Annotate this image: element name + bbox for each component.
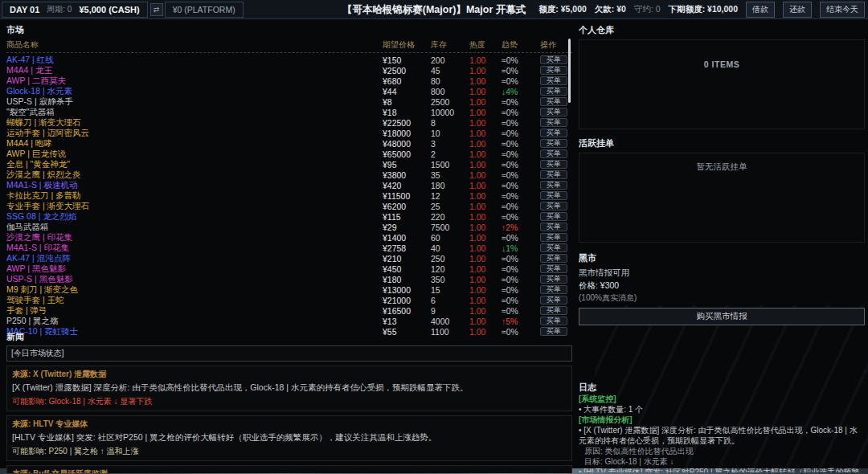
buy-order-button[interactable]: 买单 bbox=[540, 212, 567, 221]
item-stock: 9 bbox=[431, 306, 469, 316]
borrow-button[interactable]: 借款 bbox=[746, 2, 775, 18]
log-entry: • [X (Twitter) 泄露数据] 深度分析: 由于类似高性价比替代品出现… bbox=[579, 425, 865, 446]
inventory-title: 个人仓库 bbox=[579, 24, 865, 36]
buy-order-button[interactable]: 买单 bbox=[540, 296, 567, 304]
item-heat: 1.00 bbox=[469, 97, 502, 107]
log-sub-line: 目标: Glock-18 | 水元素 ↓ bbox=[579, 456, 865, 467]
table-row: AK-47 | 混沌点阵¥2102501.00≈0%买单 bbox=[6, 253, 572, 264]
buy-order-button[interactable]: 买单 bbox=[540, 108, 567, 116]
item-name: 沙漠之鹰 | 印花集 bbox=[6, 232, 383, 243]
item-trend: ≈0% bbox=[502, 129, 540, 138]
news-effect: 可能影响: Glock-18 | 水元素 ↓ 显著下跌 bbox=[12, 396, 567, 407]
table-row: M4A4 | 咆哮¥4800031.00≈0%买单 bbox=[6, 138, 572, 149]
item-stock: 40 bbox=[431, 243, 469, 253]
item-name: M4A4 | 咆哮 bbox=[6, 138, 383, 149]
table-row: 卡拉比克刀 | 多普勒¥11500121.00≈0%买单 bbox=[6, 190, 572, 201]
table-row: "裂空"武器箱¥18100001.00≈0%买单 bbox=[6, 107, 572, 117]
item-stock: 8 bbox=[431, 118, 469, 128]
table-row: M4A4 | 龙王¥2500451.00≈0%买单 bbox=[6, 65, 572, 76]
table-row: 运动手套 | 迈阿密风云¥18000101.00≈0%买单 bbox=[6, 128, 572, 138]
item-trend: ≈0% bbox=[502, 275, 540, 284]
buy-order-button[interactable]: 买单 bbox=[540, 223, 567, 231]
buy-order-button[interactable]: 买单 bbox=[540, 149, 567, 158]
buy-order-button[interactable]: 买单 bbox=[540, 170, 567, 179]
item-stock: 15 bbox=[431, 285, 469, 295]
item-name: 驾驶手套 | 王蛇 bbox=[6, 295, 383, 306]
table-row: 专业手套 | 渐变大理石¥6200251.00≈0%买单 bbox=[6, 201, 572, 211]
item-heat: 1.00 bbox=[469, 139, 502, 149]
transfer-funds-button[interactable]: ⇄ bbox=[150, 3, 163, 16]
item-heat: 1.00 bbox=[469, 55, 502, 65]
buy-order-button[interactable]: 买单 bbox=[540, 285, 567, 294]
end-day-button[interactable]: 结束今天 bbox=[820, 2, 865, 18]
item-stock: 25 bbox=[431, 202, 469, 211]
buy-order-button[interactable]: 买单 bbox=[540, 76, 567, 85]
item-price: ¥180 bbox=[383, 275, 431, 284]
buy-order-button[interactable]: 买单 bbox=[540, 118, 567, 127]
item-trend: ≈0% bbox=[502, 118, 540, 128]
item-trend: ≈0% bbox=[502, 285, 540, 295]
item-name: M4A1-S | 极速机动 bbox=[6, 180, 383, 191]
item-action-cell: 买单 bbox=[540, 243, 572, 252]
buy-order-button[interactable]: 买单 bbox=[540, 97, 567, 106]
header-trend: 趋势 bbox=[502, 39, 540, 51]
item-stock: 250 bbox=[431, 254, 469, 264]
item-heat: 1.00 bbox=[469, 296, 502, 305]
buy-order-button[interactable]: 买单 bbox=[540, 254, 567, 263]
buy-order-button[interactable]: 买单 bbox=[540, 129, 567, 137]
item-heat: 1.00 bbox=[469, 181, 502, 190]
item-price: ¥65000 bbox=[383, 149, 431, 159]
item-price: ¥3800 bbox=[383, 170, 431, 180]
item-action-cell: 买单 bbox=[540, 139, 572, 148]
log-section: [系统监控] bbox=[579, 394, 865, 404]
item-trend: ≈0% bbox=[502, 55, 540, 65]
event-title: 【哥本哈根锦标赛(Major)】Major 开幕式 bbox=[342, 0, 526, 19]
buy-order-button[interactable]: 买单 bbox=[540, 191, 567, 200]
item-name: P250 | 翼之殇 bbox=[6, 316, 383, 327]
item-action-cell: 买单 bbox=[540, 306, 572, 315]
item-heat: 1.00 bbox=[469, 191, 502, 201]
item-heat: 1.00 bbox=[469, 66, 502, 76]
item-price: ¥210 bbox=[383, 254, 431, 264]
buy-order-button[interactable]: 买单 bbox=[540, 202, 567, 210]
item-trend: ≈0% bbox=[502, 139, 540, 149]
item-heat: 1.00 bbox=[469, 233, 502, 243]
item-stock: 180 bbox=[431, 181, 469, 190]
repay-button[interactable]: 还款 bbox=[783, 2, 812, 18]
item-trend: ↓4% bbox=[502, 87, 540, 96]
table-row: M4A1-S | 极速机动¥4201801.00≈0%买单 bbox=[6, 180, 572, 190]
buy-order-button[interactable]: 买单 bbox=[540, 306, 567, 315]
table-row: M4A1-S | 印花集¥2758401.00↓1%买单 bbox=[6, 243, 572, 253]
buy-intel-button[interactable]: 购买黑市情报 bbox=[579, 308, 865, 325]
item-heat: 1.00 bbox=[469, 212, 502, 222]
item-action-cell: 买单 bbox=[540, 317, 572, 325]
orders-title: 活跃挂单 bbox=[579, 137, 865, 149]
item-name: Glock-18 | 水元素 bbox=[6, 86, 383, 97]
item-name: 全息 | "黄金神龙" bbox=[6, 159, 383, 170]
item-trend: ≈0% bbox=[502, 191, 540, 201]
buy-order-button[interactable]: 买单 bbox=[540, 55, 567, 64]
item-price: ¥115 bbox=[383, 212, 431, 222]
market-scrollbar-thumb[interactable] bbox=[568, 39, 571, 103]
item-trend: ≈0% bbox=[502, 254, 540, 264]
market-table-header: 商品名称 期望价格 库存 热度 趋势 操作 bbox=[6, 36, 572, 53]
buy-order-button[interactable]: 买单 bbox=[540, 160, 567, 169]
buy-order-button[interactable]: 买单 bbox=[540, 139, 567, 148]
item-price: ¥29 bbox=[383, 223, 431, 232]
log-sub-line: 原因: 类似高性价比替代品出现 bbox=[579, 446, 865, 456]
buy-order-button[interactable]: 买单 bbox=[540, 233, 567, 242]
honor-count: 守约: 0 bbox=[634, 4, 661, 15]
buy-order-button[interactable]: 买单 bbox=[540, 317, 567, 325]
buy-order-button[interactable]: 买单 bbox=[540, 66, 567, 75]
buy-order-button[interactable]: 买单 bbox=[540, 243, 567, 252]
table-row: 伽马武器箱¥2975001.00↑2%买单 bbox=[6, 222, 572, 232]
item-name: SSG 08 | 龙之烈焰 bbox=[6, 211, 383, 223]
item-trend: ≈0% bbox=[502, 149, 540, 159]
buy-order-button[interactable]: 买单 bbox=[540, 87, 567, 96]
item-action-cell: 买单 bbox=[540, 66, 572, 75]
buy-order-button[interactable]: 买单 bbox=[540, 181, 567, 190]
item-action-cell: 买单 bbox=[540, 160, 572, 169]
buy-order-button[interactable]: 买单 bbox=[540, 275, 567, 284]
buy-order-button[interactable]: 买单 bbox=[540, 264, 567, 273]
item-price: ¥95 bbox=[383, 160, 431, 170]
